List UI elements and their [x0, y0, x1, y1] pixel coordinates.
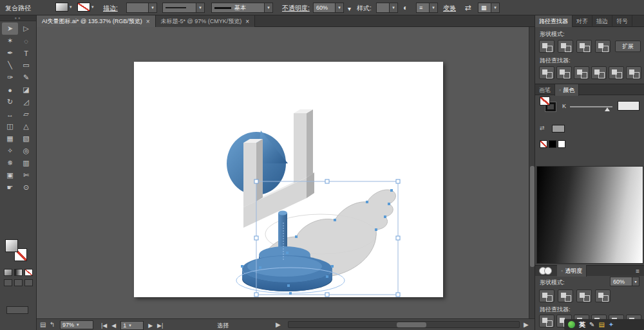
minus-front-button[interactable]	[558, 289, 573, 302]
draw-inside-button[interactable]	[24, 279, 33, 286]
opacity-combo[interactable]: 60% ▾	[313, 3, 344, 13]
chevron-down-icon[interactable]: ▾	[77, 322, 79, 327]
selection-handle[interactable]	[254, 293, 258, 297]
draw-normal-button[interactable]	[4, 279, 12, 286]
tab-brushes[interactable]: 画笔	[535, 84, 555, 96]
ime-mode-label[interactable]: 英	[579, 320, 585, 329]
ime-tools-icon[interactable]: ✦	[609, 319, 614, 330]
selection-handle[interactable]	[396, 179, 400, 183]
stroke-weight-combo[interactable]: ▾	[126, 3, 157, 13]
shape-builder-tool[interactable]: ◫	[2, 120, 18, 133]
eyedropper-tool[interactable]: ✧	[2, 145, 18, 157]
lasso-tool[interactable]: ◌	[18, 35, 34, 47]
perspective-grid-tool[interactable]: △	[18, 120, 34, 133]
paintbrush-tool[interactable]: ✑	[2, 71, 18, 84]
scroll-right-arrow-icon[interactable]: ▶	[524, 321, 529, 328]
stroke-color-control[interactable]: ▾	[77, 3, 94, 12]
chevron-down-icon[interactable]: ▾	[70, 5, 72, 10]
selection-handle[interactable]	[325, 179, 329, 183]
zoom-combo[interactable]: 97% ▾	[60, 320, 93, 329]
white-swatch[interactable]	[558, 140, 565, 148]
vertical-scrollbar[interactable]	[529, 27, 535, 318]
chevron-down-icon[interactable]: ▾	[632, 277, 639, 286]
selection-handle[interactable]	[254, 236, 258, 240]
type-tool[interactable]: T	[18, 47, 34, 59]
divide-button[interactable]	[539, 66, 554, 79]
canvas-area[interactable]	[37, 27, 535, 318]
intersect-button[interactable]	[576, 40, 592, 53]
prev-artboard-icon[interactable]: ◀	[111, 322, 116, 329]
ime-logo-icon[interactable]	[568, 321, 575, 328]
align-combo[interactable]: ≡ ▾	[416, 3, 438, 13]
crop-button[interactable]	[591, 66, 607, 79]
hand-tool[interactable]: ☛	[2, 181, 18, 194]
tab-symbols[interactable]: 符号	[612, 15, 632, 27]
chevron-down-icon[interactable]: ▾	[148, 3, 156, 12]
selection-handle[interactable]	[396, 293, 400, 297]
chevron-down-icon[interactable]: ▾	[389, 3, 397, 12]
doc-tab-2[interactable]: 未标题-5* @ 97% (CMYK/预览) ×	[156, 15, 256, 27]
chevron-down-icon[interactable]: ▾	[129, 323, 131, 328]
grayscale-spectrum[interactable]	[536, 166, 643, 264]
minus-front-button[interactable]	[558, 40, 573, 53]
direct-selection-tool[interactable]: ▷	[18, 23, 34, 35]
brush-definition-combo[interactable]: 基本 ▾	[211, 3, 273, 13]
chevron-down-icon[interactable]: ▾	[491, 3, 499, 12]
unite-button[interactable]	[539, 40, 554, 53]
tab-align[interactable]: 对齐	[573, 15, 592, 27]
tab-color[interactable]: 颜色	[555, 84, 579, 96]
outline-button[interactable]	[609, 66, 624, 79]
fill-well[interactable]	[5, 239, 18, 252]
trim-button[interactable]	[556, 66, 572, 79]
opacity-link[interactable]: 不透明度:	[282, 4, 310, 13]
transform-options-combo[interactable]: ▦ ▾	[478, 3, 500, 13]
page-icon[interactable]: ▤	[40, 321, 46, 328]
chevron-down-icon[interactable]: ▾	[196, 3, 204, 12]
recolor-artwork-icon[interactable]: ◐	[403, 3, 408, 13]
rotate-tool[interactable]: ↻	[2, 96, 18, 108]
blob-brush-tool[interactable]: ●	[2, 84, 18, 96]
arrow-icon[interactable]: ↰	[50, 321, 55, 328]
artboard-number-combo[interactable]: 1 ▾	[120, 321, 144, 330]
selection-handle[interactable]	[396, 236, 400, 240]
chevron-down-icon[interactable]: ▾	[264, 3, 272, 12]
last-artboard-icon[interactable]: ▶|	[157, 322, 163, 329]
magic-wand-tool[interactable]: ✶	[2, 35, 18, 47]
doc-tab-1[interactable]: AI失量图标.ai* @ 135.37% (RGB/预览) ×	[37, 15, 156, 27]
pen-tool[interactable]: ✒	[2, 47, 18, 59]
k-slider-marker[interactable]	[605, 107, 610, 111]
free-transform-tool[interactable]: ▱	[18, 108, 34, 120]
ime-toolbar[interactable]: 英 ✎ ▤ ✦	[564, 319, 644, 330]
slice-tool[interactable]: ✄	[18, 169, 34, 181]
line-segment-tool[interactable]: ╲	[2, 59, 18, 71]
panel-menu-icon[interactable]: ≡	[636, 268, 639, 275]
screen-mode-button[interactable]	[6, 306, 28, 314]
draw-behind-button[interactable]	[14, 279, 23, 286]
close-icon[interactable]: ×	[146, 18, 150, 25]
selection-handle[interactable]	[325, 293, 329, 297]
exclude-button[interactable]	[595, 40, 611, 53]
unite-button[interactable]	[539, 289, 554, 302]
fill-color-control[interactable]: ▾	[55, 3, 72, 12]
panel-grip[interactable]: ●●	[0, 15, 36, 21]
selection-tool[interactable]: ➤	[2, 23, 18, 35]
pencil-tool[interactable]: ✎	[18, 71, 34, 84]
color-button[interactable]	[4, 269, 12, 276]
scroll-right-icon[interactable]: ▶	[276, 321, 281, 328]
vertical-scrollbar-thumb[interactable]	[530, 166, 535, 267]
chevron-down-icon[interactable]: ▾	[335, 3, 343, 12]
zoom-tool[interactable]: ⊙	[18, 181, 34, 194]
symbol-sprayer-tool[interactable]: ✵	[2, 157, 18, 169]
exclude-button[interactable]	[595, 289, 611, 302]
chevron-down-icon[interactable]: ▾	[429, 3, 437, 12]
first-artboard-icon[interactable]: |◀	[101, 322, 107, 329]
stroke-color-swatch[interactable]	[77, 3, 90, 12]
eraser-tool[interactable]: ◪	[18, 84, 34, 96]
last-color-swatch[interactable]	[552, 125, 565, 133]
k-value-field[interactable]	[618, 101, 639, 111]
selection-handle[interactable]	[254, 179, 258, 183]
stroke-link[interactable]: 描边:	[103, 4, 118, 13]
none-swatch[interactable]	[540, 140, 547, 148]
minus-back-button[interactable]	[626, 66, 641, 79]
tab-transparency[interactable]: 透明度	[557, 265, 587, 277]
